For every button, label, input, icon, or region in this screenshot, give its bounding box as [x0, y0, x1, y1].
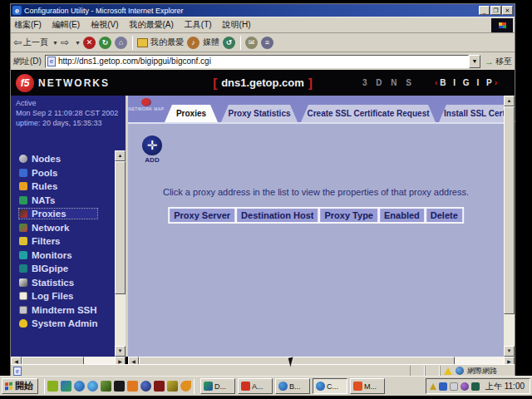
- sidebar-item-network[interactable]: Network: [19, 223, 97, 233]
- scroll-down-icon[interactable]: ▼: [115, 346, 126, 357]
- sidebar-item-filters[interactable]: Filters: [19, 236, 97, 246]
- quicklaunch-icon[interactable]: [114, 381, 125, 392]
- tab-create-ssl-certificate-request[interactable]: Create SSL Certificate Request: [301, 105, 436, 122]
- uptime-text: uptime: 20 days, 15:35:33: [16, 118, 126, 128]
- quicklaunch-icon[interactable]: [140, 381, 151, 392]
- column-destination-host[interactable]: Destination Host: [237, 209, 318, 222]
- sidebar-vertical-scrollbar[interactable]: ▲ ▼: [115, 150, 126, 357]
- column-proxy-type[interactable]: Proxy Type: [320, 209, 377, 222]
- tray-icon[interactable]: [430, 383, 436, 390]
- refresh-icon[interactable]: ↻: [99, 37, 111, 49]
- 3dns-label: 3 D N S: [362, 78, 415, 87]
- bigip-label: ‹B I G I P›: [435, 78, 500, 87]
- quicklaunch-icon[interactable]: [154, 381, 165, 392]
- quicklaunch-icon[interactable]: [74, 381, 85, 392]
- sidebar-item-nats[interactable]: NATs: [19, 195, 97, 205]
- forward-dropdown-icon[interactable]: ▼: [75, 40, 81, 46]
- app-icon: [241, 382, 250, 391]
- column-enabled[interactable]: Enabled: [380, 209, 424, 222]
- home-icon[interactable]: ⌂: [115, 37, 127, 49]
- datetime-text: Mon Sep 2 11:09:28 CST 2002: [16, 108, 126, 118]
- back-arrow-icon: ⇦: [13, 37, 22, 48]
- sidebar-item-proxies[interactable]: Proxies: [19, 209, 97, 219]
- start-button[interactable]: 開始: [2, 378, 38, 394]
- back-dropdown-icon[interactable]: ▼: [52, 40, 58, 46]
- add-plus-icon[interactable]: ✛: [142, 135, 162, 155]
- sidebar-item-nodes[interactable]: Nodes: [19, 154, 97, 164]
- maximize-button[interactable]: ❐: [490, 6, 501, 15]
- sidebar-item-mindterm-ssh[interactable]: Mindterm SSH: [19, 305, 97, 315]
- scrollbar-thumb[interactable]: [115, 161, 126, 294]
- tab-proxy-statistics[interactable]: Proxy Statistics: [221, 105, 298, 122]
- status-panel: [425, 366, 440, 376]
- quicklaunch-icon[interactable]: [180, 381, 191, 392]
- quicklaunch-icon[interactable]: [101, 381, 111, 392]
- sidebar-item-rules[interactable]: Rules: [19, 181, 97, 191]
- forward-arrow-icon: ⇨: [61, 37, 69, 48]
- column-proxy-server[interactable]: Proxy Server: [170, 209, 234, 222]
- tray-icon[interactable]: [450, 382, 458, 391]
- menu-edit[interactable]: 編輯(E): [52, 19, 80, 31]
- sidebar-item-log-files[interactable]: Log Files: [19, 291, 97, 301]
- taskbar-window-button[interactable]: B...: [275, 378, 310, 394]
- sidebar-item-monitors[interactable]: Monitors: [19, 250, 97, 260]
- hostname-display: [ dns1.getop.com ]: [209, 76, 317, 90]
- stop-icon[interactable]: ✕: [83, 37, 96, 49]
- favorites-button[interactable]: 我的最愛: [137, 37, 184, 48]
- quicklaunch-icon[interactable]: [87, 381, 98, 392]
- media-button[interactable]: ♪媒體: [187, 37, 219, 49]
- scroll-up-icon[interactable]: ▲: [115, 150, 126, 161]
- add-proxy-button[interactable]: ✛ ADD: [140, 135, 165, 164]
- tray-icon[interactable]: [461, 382, 469, 391]
- sidebar-item-statistics[interactable]: Statistics: [19, 278, 97, 288]
- menu-file[interactable]: 檔案(F): [14, 19, 42, 31]
- network-map-button[interactable]: NETWORK MAP: [131, 98, 162, 121]
- taskbar-window-button-active[interactable]: C...: [313, 378, 347, 394]
- taskbar-window-button[interactable]: A...: [238, 378, 273, 394]
- menu-help[interactable]: 說明(H): [223, 19, 251, 31]
- page-icon: e: [47, 57, 56, 66]
- mail-icon[interactable]: ✉: [245, 37, 258, 49]
- scroll-up-icon[interactable]: ▲: [504, 96, 515, 106]
- menu-favorites[interactable]: 我的最愛(A): [129, 19, 173, 31]
- address-input[interactable]: e http://dns1.getop.com/bigipgui/bigconf…: [45, 55, 469, 68]
- quicklaunch-icon[interactable]: [167, 381, 178, 392]
- f5-logo: f5: [16, 74, 34, 92]
- print-icon[interactable]: ≡: [261, 37, 273, 49]
- column-delete[interactable]: Delete: [426, 209, 462, 222]
- minimize-button[interactable]: _: [479, 6, 490, 15]
- quicklaunch-icon[interactable]: [61, 381, 71, 392]
- forward-button[interactable]: ⇨: [61, 37, 71, 48]
- address-label: 網址(D): [13, 56, 42, 67]
- scrollbar-thumb[interactable]: [504, 106, 515, 314]
- nodes-icon: [19, 155, 27, 163]
- tray-icon[interactable]: [471, 382, 480, 391]
- scroll-down-icon[interactable]: ▼: [504, 346, 515, 357]
- system-status-block: Active Mon Sep 2 11:09:28 CST 2002 uptim…: [11, 96, 126, 128]
- go-button[interactable]: →移至: [485, 56, 512, 67]
- tab-proxies[interactable]: Proxies: [165, 105, 218, 122]
- favorites-folder-icon: [137, 38, 148, 47]
- sidebar-item-system-admin[interactable]: System Admin: [19, 318, 97, 328]
- taskbar-window-button[interactable]: D...: [200, 378, 235, 394]
- proxies-panel: ✛ ADD Click a proxy address in the list …: [128, 126, 504, 346]
- app-icon: [353, 382, 362, 391]
- history-icon[interactable]: ↺: [223, 37, 235, 49]
- back-button[interactable]: ⇦上一頁: [13, 37, 48, 48]
- screen: e Configuration Utility - Microsoft Inte…: [0, 0, 532, 399]
- menu-tools[interactable]: 工具(T): [185, 19, 212, 31]
- address-dropdown-icon[interactable]: ▼: [469, 55, 480, 68]
- security-zone-panel: 網際網路: [440, 366, 515, 376]
- quicklaunch-icon[interactable]: [127, 381, 138, 392]
- sidebar-item-pools[interactable]: Pools: [19, 168, 97, 178]
- taskbar-window-button[interactable]: M...: [350, 378, 385, 394]
- quicklaunch-icon[interactable]: [47, 381, 58, 392]
- close-button[interactable]: ✕: [502, 6, 513, 15]
- main-vertical-scrollbar[interactable]: ▲ ▼: [504, 96, 515, 357]
- status-panel: [410, 366, 425, 376]
- main-frame: NETWORK MAP Proxies Proxy Statistics Cre…: [128, 96, 515, 357]
- sidebar-item-bigpipe[interactable]: BIGpipe: [19, 264, 97, 273]
- menu-bar: 檔案(F) 編輯(E) 檢視(V) 我的最愛(A) 工具(T) 說明(H): [11, 17, 515, 32]
- tray-icon[interactable]: [439, 382, 447, 391]
- menu-view[interactable]: 檢視(V): [91, 19, 118, 31]
